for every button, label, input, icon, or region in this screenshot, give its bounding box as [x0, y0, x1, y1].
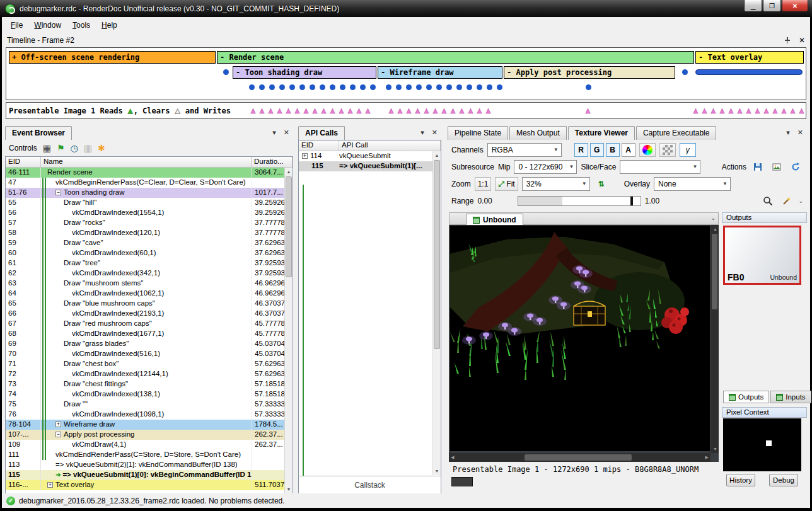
event-row[interactable]: 62vkCmdDrawIndexed(342,1)37.92593 [6, 268, 284, 278]
event-row[interactable]: 109vkCmdDraw(4,1)262.37... [6, 440, 284, 450]
event-row[interactable]: 59Draw "cave"37.62963 [6, 238, 284, 248]
maximize-button[interactable]: ❐ [763, 0, 781, 12]
timeline-event-dot[interactable] [330, 84, 335, 90]
tab-mesh-output[interactable]: Mesh Output [509, 126, 567, 140]
timeline-draw-strip[interactable] [695, 69, 803, 75]
event-row[interactable]: 47vkCmdBeginRenderPass(C=Clear, D=Clear,… [6, 178, 284, 188]
usage-marker-triangle[interactable]: ▲ [328, 106, 337, 115]
timeline-event-dot[interactable] [249, 84, 255, 90]
tab-capture-executable[interactable]: Capture Executable [636, 126, 716, 140]
range-white-point-handle[interactable] [630, 197, 633, 205]
usage-marker-triangle[interactable]: ▲ [458, 106, 466, 115]
zoom-range-button[interactable] [760, 194, 775, 208]
scroll-up-icon[interactable]: ▲ [285, 168, 293, 176]
menu-item-tools[interactable]: Tools [67, 18, 96, 32]
pin-icon[interactable] [784, 37, 791, 44]
timeline-event-dot[interactable] [406, 84, 412, 90]
timeline-event-dot[interactable] [497, 84, 502, 90]
event-row[interactable]: 46-111Render scene3064.7... [6, 168, 284, 178]
event-row[interactable]: 58vkCmdDrawIndexed(120,1)37.77778 [6, 228, 284, 238]
usage-marker-triangle[interactable]: ▲ [258, 106, 266, 115]
event-row[interactable]: 63Draw "mushroom stems"46.96296 [6, 278, 284, 289]
zoom-fit-button[interactable]: ⤢ Fit [495, 177, 518, 191]
timeline-event-dot[interactable] [586, 84, 591, 90]
event-row[interactable]: 67Draw "red mushroom caps"45.77778 [6, 319, 284, 329]
usage-marker-triangle[interactable]: ▲ [467, 106, 475, 115]
usage-marker-triangle[interactable]: ▲ [276, 106, 284, 115]
texture-horizontal-scrollbar[interactable]: ◀ ▶ [449, 453, 710, 462]
usage-marker-triangle[interactable]: ▲ [431, 106, 439, 115]
panel-menu-icon[interactable]: ▾ [786, 129, 790, 137]
timeline-event-dot[interactable] [340, 84, 345, 90]
panel-menu-icon[interactable]: ▾ [420, 129, 424, 137]
fb0-thumbnail[interactable]: FB0 Unbound [723, 226, 801, 285]
usage-marker-triangle[interactable]: ▲ [284, 106, 293, 115]
menu-item-help[interactable]: Help [96, 18, 123, 32]
usage-marker-triangle[interactable]: ▲ [727, 106, 735, 115]
usage-marker-triangle[interactable]: ▲ [267, 106, 275, 115]
timeline-event-dot[interactable] [436, 84, 442, 90]
event-row[interactable]: 57Draw "rocks"37.77778 [6, 218, 284, 228]
timeline-bar[interactable]: - Text overlay [695, 51, 804, 64]
panel-close-icon[interactable]: ✕ [798, 129, 803, 137]
event-row[interactable]: 116-...+Text overlay511.7037 [6, 480, 284, 490]
event-row[interactable]: 111vkCmdEndRenderPass(C=Store, D=Store, … [6, 450, 284, 460]
api-calls-scrollbar[interactable]: ▲ ▼ [432, 151, 441, 475]
usage-marker-triangle[interactable]: ▲ [337, 106, 345, 115]
event-row[interactable]: 115➜=> vkQueueSubmit(1)[0]: vkBeginComma… [6, 470, 284, 480]
usage-marker-triangle[interactable]: ▲ [700, 106, 709, 115]
tab-api-calls[interactable]: API Calls [298, 126, 345, 140]
mip-select[interactable]: 0 - 1272x690▼ [514, 160, 577, 174]
event-row[interactable]: 107-...−Apply post processing262.37... [6, 430, 284, 440]
usage-marker-triangle[interactable]: ▲ [249, 106, 257, 115]
timeline-event-dot[interactable] [682, 69, 688, 75]
expander-minus-icon[interactable]: − [55, 432, 61, 437]
timeline-close-icon[interactable]: ✕ [799, 36, 805, 45]
event-row[interactable]: 65Draw "blue mushroom caps"46.37037 [6, 299, 284, 309]
channel-g-button[interactable]: G [590, 143, 604, 157]
scroll-up-icon[interactable]: ▲ [433, 151, 441, 159]
usage-marker-triangle[interactable]: ▲ [440, 106, 448, 115]
texture-display-area[interactable]: ▲ ▼ ◀ ▶ [449, 225, 719, 462]
texture-tab-unbound[interactable]: Unbound [466, 214, 523, 226]
event-row[interactable]: 60vkCmdDrawIndexed(60,1)37.62963 [6, 248, 284, 258]
zoom-1to1-button[interactable]: 1:1 [475, 177, 492, 191]
timeline-event-dot[interactable] [350, 84, 356, 90]
usage-marker-triangle[interactable]: ▲ [475, 106, 484, 115]
timeline-event-dot[interactable] [360, 84, 366, 90]
event-row[interactable]: 70vkCmdDrawIndexed(516,1)45.03704 [6, 349, 284, 359]
usage-marker-triangle[interactable]: ▲ [387, 106, 395, 115]
usage-marker-triangle[interactable]: ▲ [396, 106, 404, 115]
tab-outputs[interactable]: Outputs [723, 391, 769, 403]
timeline-bar[interactable]: + Off-screen scene rendering [9, 51, 216, 64]
expander-plus-icon[interactable]: + [302, 153, 308, 159]
pixel-context-view[interactable] [723, 418, 801, 471]
background-color-swatch[interactable] [451, 477, 473, 486]
close-button[interactable]: ✕ [782, 0, 808, 12]
menu-item-file[interactable]: File [5, 18, 28, 32]
timeline-event-dot[interactable] [477, 84, 482, 90]
channel-r-button[interactable]: R [574, 143, 588, 157]
filter-icon[interactable]: ▦ [43, 144, 51, 152]
timeline-event-dot[interactable] [446, 84, 452, 90]
overlay-select[interactable]: None▼ [654, 177, 731, 191]
scroll-down-icon[interactable]: ▼ [433, 467, 441, 475]
usage-marker-triangle[interactable]: ▲ [584, 106, 592, 115]
event-row[interactable]: 69Draw "grass blades"45.03704 [6, 339, 284, 349]
event-row[interactable]: 56vkCmdDrawIndexed(1554,1)39.25926 [6, 208, 284, 218]
timeline-bar[interactable]: - Render scene [217, 51, 694, 64]
usage-marker-triangle[interactable]: ▲ [422, 106, 431, 115]
usage-marker-triangle[interactable]: ▲ [771, 106, 779, 115]
gamma-button[interactable]: γ [680, 143, 696, 157]
texture-vertical-scrollbar[interactable]: ▲ ▼ [710, 225, 719, 453]
panel-close-icon[interactable]: ✕ [284, 129, 289, 137]
scroll-down-icon[interactable]: ▼ [285, 485, 293, 493]
event-row[interactable]: 55Draw "hill"39.25926 [6, 198, 284, 208]
usage-marker-triangle[interactable]: ▲ [736, 106, 744, 115]
toolbar-overflow-icon[interactable]: ⌄ [798, 198, 803, 204]
event-row[interactable]: 66vkCmdDrawIndexed(2193,1)46.37037 [6, 309, 284, 319]
background-checker-button[interactable] [659, 143, 676, 157]
timeline-event-dot[interactable] [426, 84, 432, 90]
usage-marker-triangle[interactable]: ▲ [293, 106, 301, 115]
timeline-event-dot[interactable] [269, 84, 275, 90]
